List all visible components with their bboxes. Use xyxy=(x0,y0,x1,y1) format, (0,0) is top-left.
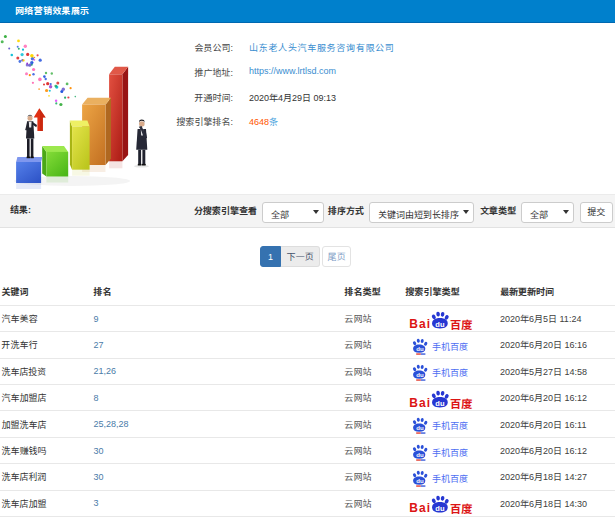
svg-text:du: du xyxy=(416,373,424,379)
svg-text:Bai: Bai xyxy=(409,502,431,515)
svg-text:du: du xyxy=(416,426,424,432)
svg-text:手机百度: 手机百度 xyxy=(432,445,468,458)
svg-text:Bai: Bai xyxy=(409,396,431,409)
svg-text:百度: 百度 xyxy=(449,394,472,408)
svg-text:du: du xyxy=(435,504,445,513)
svg-text:du: du xyxy=(416,478,424,484)
svg-text:du: du xyxy=(416,452,424,458)
svg-text:du: du xyxy=(416,346,424,352)
svg-text:手机百度: 手机百度 xyxy=(432,366,468,379)
svg-text:百度: 百度 xyxy=(449,315,472,329)
svg-text:手机百度: 手机百度 xyxy=(432,419,468,432)
svg-text:du: du xyxy=(435,399,445,408)
svg-text:手机百度: 手机百度 xyxy=(432,340,468,353)
svg-text:Bai: Bai xyxy=(409,317,431,330)
svg-text:手机百度: 手机百度 xyxy=(432,472,468,485)
svg-text:百度: 百度 xyxy=(449,500,472,514)
svg-text:du: du xyxy=(435,319,445,328)
